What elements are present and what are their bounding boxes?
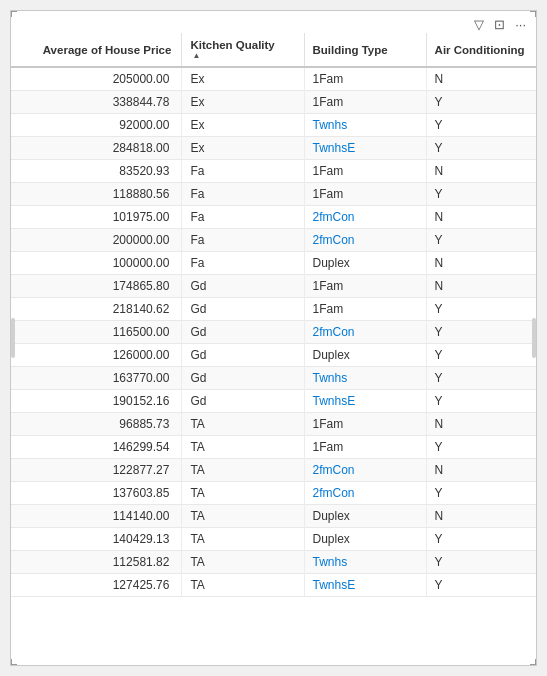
cell-air-conditioning: Y	[426, 551, 536, 574]
cell-air-conditioning: N	[426, 275, 536, 298]
cell-kitchen-quality: Gd	[182, 275, 304, 298]
table-row: 174865.80Gd1FamN	[11, 275, 536, 298]
table-row: 126000.00GdDuplexY	[11, 344, 536, 367]
cell-building-type[interactable]: Twnhs	[304, 551, 426, 574]
cell-kitchen-quality: Ex	[182, 91, 304, 114]
cell-kitchen-quality: Ex	[182, 137, 304, 160]
table-row: 284818.00ExTwnhsEY	[11, 137, 536, 160]
cell-building-type[interactable]: TwnhsE	[304, 137, 426, 160]
cell-air-conditioning: N	[426, 67, 536, 91]
cell-kitchen-quality: Fa	[182, 160, 304, 183]
cell-avg-price: 174865.80	[11, 275, 182, 298]
cell-building-type: 1Fam	[304, 160, 426, 183]
toolbar: ▽ ⊡ ···	[472, 15, 528, 34]
sort-arrow-kitchen: ▲	[192, 51, 200, 60]
col-header-kitchen-quality[interactable]: Kitchen Quality ▲	[182, 33, 304, 67]
cell-building-type[interactable]: TwnhsE	[304, 390, 426, 413]
table-row: 200000.00Fa2fmConY	[11, 229, 536, 252]
scroll-left-indicator	[11, 318, 15, 358]
cell-building-type[interactable]: 2fmCon	[304, 206, 426, 229]
cell-building-type: Duplex	[304, 344, 426, 367]
table-row: 163770.00GdTwnhsY	[11, 367, 536, 390]
cell-building-type: 1Fam	[304, 275, 426, 298]
cell-building-type[interactable]: 2fmCon	[304, 229, 426, 252]
data-table: Average of House Price Kitchen Quality ▲…	[11, 33, 536, 597]
cell-avg-price: 137603.85	[11, 482, 182, 505]
cell-building-type: 1Fam	[304, 413, 426, 436]
table-row: 112581.82TATwnhsY	[11, 551, 536, 574]
cell-air-conditioning: Y	[426, 436, 536, 459]
cell-kitchen-quality: Gd	[182, 298, 304, 321]
cell-avg-price: 122877.27	[11, 459, 182, 482]
table-row: 338844.78Ex1FamY	[11, 91, 536, 114]
cell-building-type[interactable]: Twnhs	[304, 367, 426, 390]
table-row: 122877.27TA2fmConN	[11, 459, 536, 482]
cell-avg-price: 205000.00	[11, 67, 182, 91]
col-header-building-type: Building Type	[304, 33, 426, 67]
cell-building-type: Duplex	[304, 528, 426, 551]
cell-air-conditioning: Y	[426, 114, 536, 137]
cell-avg-price: 100000.00	[11, 252, 182, 275]
table-row: 96885.73TA1FamN	[11, 413, 536, 436]
table-row: 100000.00FaDuplexN	[11, 252, 536, 275]
cell-building-type[interactable]: TwnhsE	[304, 574, 426, 597]
cell-air-conditioning: Y	[426, 390, 536, 413]
main-container: ▽ ⊡ ··· Average of House Price Kitchen Q…	[10, 10, 537, 666]
cell-building-type[interactable]: 2fmCon	[304, 321, 426, 344]
cell-air-conditioning: Y	[426, 482, 536, 505]
cell-kitchen-quality: TA	[182, 459, 304, 482]
cell-avg-price: 218140.62	[11, 298, 182, 321]
cell-building-type: 1Fam	[304, 436, 426, 459]
cell-air-conditioning: N	[426, 459, 536, 482]
cell-air-conditioning: Y	[426, 183, 536, 206]
cell-air-conditioning: Y	[426, 298, 536, 321]
cell-air-conditioning: Y	[426, 91, 536, 114]
col-header-avg-price: Average of House Price	[11, 33, 182, 67]
cell-avg-price: 190152.16	[11, 390, 182, 413]
cell-kitchen-quality: Gd	[182, 321, 304, 344]
table-row: 114140.00TADuplexN	[11, 505, 536, 528]
table-row: 140429.13TADuplexY	[11, 528, 536, 551]
cell-air-conditioning: N	[426, 206, 536, 229]
cell-avg-price: 101975.00	[11, 206, 182, 229]
table-row: 118880.56Fa1FamY	[11, 183, 536, 206]
cell-kitchen-quality: Fa	[182, 252, 304, 275]
cell-kitchen-quality: Gd	[182, 344, 304, 367]
cell-air-conditioning: Y	[426, 528, 536, 551]
table-row: 83520.93Fa1FamN	[11, 160, 536, 183]
cell-building-type[interactable]: 2fmCon	[304, 482, 426, 505]
cell-kitchen-quality: TA	[182, 528, 304, 551]
cell-building-type: Duplex	[304, 505, 426, 528]
cell-kitchen-quality: Fa	[182, 206, 304, 229]
cell-air-conditioning: N	[426, 413, 536, 436]
scroll-right-indicator	[532, 318, 536, 358]
filter-icon[interactable]: ▽	[472, 15, 486, 34]
cell-building-type: 1Fam	[304, 67, 426, 91]
cell-kitchen-quality: TA	[182, 413, 304, 436]
cell-avg-price: 200000.00	[11, 229, 182, 252]
cell-avg-price: 96885.73	[11, 413, 182, 436]
focus-mode-icon[interactable]: ⊡	[492, 15, 507, 34]
cell-kitchen-quality: Gd	[182, 367, 304, 390]
cell-avg-price: 338844.78	[11, 91, 182, 114]
cell-kitchen-quality: TA	[182, 482, 304, 505]
cell-avg-price: 146299.54	[11, 436, 182, 459]
cell-building-type[interactable]: 2fmCon	[304, 459, 426, 482]
cell-avg-price: 284818.00	[11, 137, 182, 160]
table-row: 190152.16GdTwnhsEY	[11, 390, 536, 413]
table-body: 205000.00Ex1FamN338844.78Ex1FamY92000.00…	[11, 67, 536, 597]
cell-avg-price: 126000.00	[11, 344, 182, 367]
cell-building-type: 1Fam	[304, 183, 426, 206]
cell-building-type[interactable]: Twnhs	[304, 114, 426, 137]
more-options-icon[interactable]: ···	[513, 15, 528, 34]
table-row: 127425.76TATwnhsEY	[11, 574, 536, 597]
cell-avg-price: 127425.76	[11, 574, 182, 597]
cell-avg-price: 163770.00	[11, 367, 182, 390]
cell-building-type: 1Fam	[304, 298, 426, 321]
cell-kitchen-quality: Fa	[182, 183, 304, 206]
table-row: 137603.85TA2fmConY	[11, 482, 536, 505]
cell-avg-price: 83520.93	[11, 160, 182, 183]
cell-kitchen-quality: TA	[182, 505, 304, 528]
cell-building-type: Duplex	[304, 252, 426, 275]
cell-avg-price: 114140.00	[11, 505, 182, 528]
